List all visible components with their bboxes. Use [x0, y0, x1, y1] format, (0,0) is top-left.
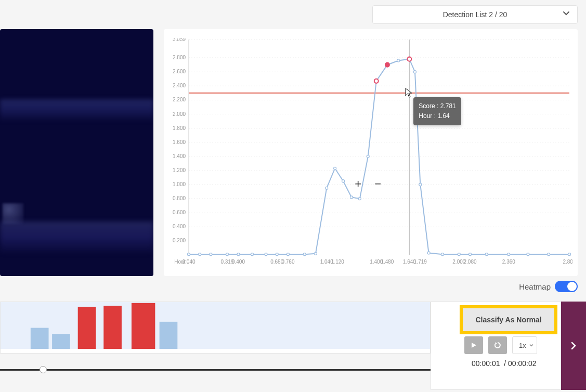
svg-text:1.600: 1.600	[173, 139, 186, 145]
svg-point-74	[458, 253, 460, 256]
svg-text:2.200: 2.200	[173, 97, 186, 102]
svg-point-75	[469, 253, 472, 256]
svg-point-78	[527, 253, 529, 256]
svg-text:2.000: 2.000	[173, 111, 186, 117]
svg-point-59	[315, 252, 317, 255]
heatmap-toggle[interactable]	[555, 281, 578, 292]
svg-rect-87	[103, 306, 122, 349]
svg-text:2.600: 2.600	[173, 69, 186, 74]
replay-button[interactable]	[488, 336, 507, 354]
svg-point-52	[226, 253, 228, 256]
play-button[interactable]	[464, 336, 483, 354]
svg-point-53	[237, 253, 240, 256]
next-button[interactable]	[561, 302, 586, 390]
video-preview[interactable]	[0, 29, 153, 276]
svg-text:0.600: 0.600	[173, 210, 186, 215]
svg-text:0.760: 0.760	[281, 259, 294, 265]
svg-point-62	[342, 180, 345, 182]
svg-text:0.040: 0.040	[183, 259, 196, 265]
svg-text:0.400: 0.400	[173, 224, 186, 229]
svg-point-58	[303, 253, 306, 256]
svg-text:1.000: 1.000	[173, 181, 186, 187]
svg-point-63	[350, 196, 353, 199]
seek-bar[interactable]	[0, 364, 431, 380]
svg-text:1.200: 1.200	[173, 167, 186, 173]
svg-rect-85	[52, 334, 70, 349]
svg-text:0.400: 0.400	[232, 259, 245, 265]
svg-text:1.400: 1.400	[173, 153, 186, 159]
svg-text:1.480: 1.480	[381, 259, 394, 265]
svg-point-51	[210, 253, 212, 256]
svg-text:2.360: 2.360	[502, 259, 515, 265]
svg-point-57	[287, 253, 289, 256]
classify-highlight: Classify As Normal	[460, 305, 557, 334]
svg-text:3.059: 3.059	[173, 38, 186, 42]
svg-point-71	[419, 183, 422, 186]
svg-text:2.400: 2.400	[173, 83, 186, 88]
chart-zoom-controls: + −	[353, 178, 383, 190]
svg-point-83	[407, 57, 411, 61]
timeline-panel[interactable]	[0, 302, 431, 354]
svg-point-65	[367, 155, 369, 158]
svg-point-72	[427, 252, 430, 254]
svg-point-82	[385, 63, 389, 67]
chevron-right-icon	[569, 342, 578, 350]
classify-as-normal-button[interactable]: Classify As Normal	[463, 308, 554, 331]
svg-point-79	[548, 253, 550, 256]
svg-rect-88	[132, 303, 155, 349]
svg-point-73	[441, 253, 444, 256]
svg-point-54	[251, 253, 254, 256]
svg-text:0.800: 0.800	[173, 195, 186, 201]
chart-tooltip: Score : 2.781 Hour : 1.64	[413, 97, 461, 125]
heatmap-label: Heatmap	[519, 282, 551, 291]
score-chart: 0.2000.4000.6000.8001.0001.2001.4001.600…	[164, 29, 578, 276]
svg-point-81	[374, 79, 379, 83]
svg-text:1.120: 1.120	[331, 259, 344, 265]
svg-point-70	[413, 71, 416, 73]
zoom-out-button[interactable]: −	[373, 178, 383, 190]
chevron-down-icon	[563, 10, 570, 19]
svg-point-80	[568, 253, 571, 256]
svg-point-50	[199, 253, 201, 256]
svg-text:2.080: 2.080	[464, 259, 477, 265]
detection-list-label: Detection List 2 / 20	[443, 10, 507, 19]
svg-rect-86	[78, 307, 96, 349]
zoom-in-button[interactable]: +	[353, 178, 363, 190]
svg-point-76	[485, 253, 488, 256]
svg-text:2.800: 2.800	[173, 55, 186, 60]
caret-down-icon	[529, 342, 533, 349]
svg-rect-89	[160, 322, 178, 349]
svg-text:0.200: 0.200	[173, 238, 186, 243]
detection-list-dropdown[interactable]: Detection List 2 / 20	[372, 5, 578, 24]
svg-point-60	[325, 187, 328, 189]
svg-point-56	[276, 253, 278, 256]
svg-point-49	[188, 253, 190, 256]
svg-text:2.800: 2.800	[563, 259, 572, 265]
svg-point-68	[397, 59, 400, 62]
controls-panel: Classify As Normal 1x 00:00:01 / 00:00:0…	[431, 302, 561, 390]
svg-point-55	[265, 253, 267, 256]
svg-text:1.719: 1.719	[414, 259, 427, 265]
heatmap-toggle-row: Heatmap	[519, 281, 578, 292]
time-display: 00:00:01 / 00:00:02	[472, 359, 537, 368]
svg-text:1.800: 1.800	[173, 125, 186, 131]
svg-point-61	[334, 167, 336, 169]
svg-point-64	[358, 198, 361, 200]
svg-rect-84	[31, 328, 49, 349]
speed-select[interactable]: 1x	[512, 336, 537, 354]
svg-point-77	[507, 253, 510, 256]
